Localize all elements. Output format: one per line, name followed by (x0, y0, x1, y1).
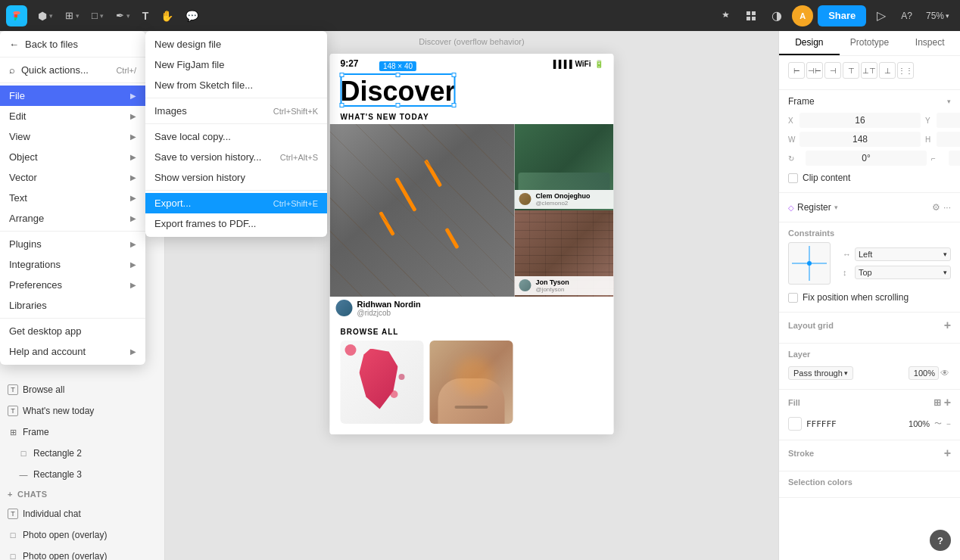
layer-photo2[interactable]: □ Photo open (overlay) (0, 546, 164, 560)
chevron-down-icon: ▾ (943, 250, 947, 258)
hand-tool[interactable]: ✋ (156, 5, 178, 26)
zoom-control[interactable]: 75% ▾ (921, 11, 954, 21)
pen-tool[interactable]: ✒ ▾ (111, 5, 135, 26)
file-menu-item[interactable]: File ▶ (0, 86, 145, 106)
quick-actions[interactable]: ⌕ Quick actions... Ctrl+/ (0, 60, 145, 80)
align-bottom[interactable]: ⊥ (879, 62, 896, 79)
remove-fill-icon[interactable]: − (946, 420, 951, 428)
new-design-file[interactable]: New design file (145, 34, 327, 54)
y-input[interactable] (937, 113, 960, 128)
h-input[interactable] (937, 132, 960, 147)
align-left[interactable]: ⊢ (788, 62, 805, 79)
opacity-input[interactable] (909, 366, 939, 380)
add-layout-icon[interactable]: + (944, 319, 951, 332)
add-fill-icon[interactable]: + (944, 396, 951, 409)
tab-prototype[interactable]: Prototype (840, 31, 900, 55)
images-item[interactable]: Images Ctrl+Shift+K (145, 101, 327, 121)
plugin-icon[interactable] (715, 5, 736, 26)
tab-inspect[interactable]: Inspect (899, 31, 960, 55)
new-figjam-file[interactable]: New FigJam file (145, 54, 327, 75)
frame-tool[interactable]: ⊞ ▾ (61, 5, 84, 26)
plus-icon: + (8, 490, 13, 499)
car-photo[interactable]: Clem Onojeghuo @clemono2 (515, 124, 614, 210)
libraries-menu-item[interactable]: Libraries (0, 295, 145, 316)
integrations-menu-item[interactable]: Integrations ▶ (0, 254, 145, 275)
grid-icon[interactable] (740, 5, 762, 26)
layer-rect3[interactable]: — Rectangle 3 (0, 464, 164, 485)
add-stroke-icon[interactable]: + (944, 446, 951, 460)
visibility-icon[interactable]: 👁 (939, 366, 951, 380)
fill-opacity-value: 100% (903, 419, 930, 428)
clip-checkbox[interactable] (788, 173, 798, 183)
w-input[interactable] (799, 132, 921, 147)
new-from-sketch[interactable]: New from Sketch file... (145, 75, 327, 95)
blend-mode-select[interactable]: Pass through ▾ (788, 366, 853, 380)
toolbar-right: ◑ A Share ▷ A? 75% ▾ (715, 5, 954, 26)
text-tool[interactable]: T (138, 5, 154, 26)
frame-header: Frame ▾ (788, 96, 951, 107)
layer-frame[interactable]: ⊞ Frame (0, 422, 164, 443)
rotation-input[interactable] (806, 151, 927, 166)
edit-menu-item[interactable]: Edit ▶ (0, 106, 145, 126)
vector-menu-item[interactable]: Vector ▶ (0, 167, 145, 188)
back-to-files[interactable]: ← Back to files (0, 34, 145, 54)
v-constraint-select[interactable]: Top ▾ (855, 266, 951, 279)
fill-grid-icon[interactable]: ⊞ (934, 397, 941, 408)
align-center-v[interactable]: ⊥⊤ (861, 62, 877, 79)
get-desktop-item[interactable]: Get desktop app (0, 321, 145, 341)
h-constraint-row: ↔ Left ▾ (843, 247, 951, 261)
help-button[interactable]: ? (930, 530, 951, 551)
align-center-h[interactable]: ⊣⊢ (806, 62, 823, 79)
plugins-menu-item[interactable]: Plugins ▶ (0, 234, 145, 254)
search-icon: ⌕ (9, 64, 15, 76)
preferences-menu-item[interactable]: Preferences ▶ (0, 275, 145, 295)
contrast-icon[interactable]: ◑ (766, 5, 787, 26)
distribute[interactable]: ⋮⋮ (897, 62, 914, 79)
avatar-3 (519, 279, 531, 291)
x-label: X (788, 117, 797, 125)
move-tool[interactable]: ⬢ ▾ (33, 5, 58, 26)
align-right[interactable]: ⊣ (824, 62, 841, 79)
fill-style-icon[interactable]: 〜 (934, 418, 942, 429)
object-menu-item[interactable]: Object ▶ (0, 147, 145, 167)
view-menu-item[interactable]: View ▶ (0, 126, 145, 147)
paint-photo[interactable] (341, 341, 424, 424)
fill-icons: ⊞ + (934, 396, 951, 409)
fill-color-swatch[interactable] (788, 417, 802, 431)
comment-tool[interactable]: 💬 (181, 5, 203, 26)
constraint-right: ↔ Left ▾ ↕ Top ▾ (843, 247, 951, 279)
corner-input[interactable] (949, 151, 960, 166)
register-more-icon[interactable]: ··· (943, 202, 951, 213)
h-constraint-select[interactable]: Left ▾ (855, 247, 951, 261)
layer-photo1[interactable]: □ Photo open (overlay) (0, 524, 164, 546)
figma-logo[interactable] (6, 5, 27, 26)
shape-tool[interactable]: □ ▾ (87, 5, 108, 26)
layer-individual-chat[interactable]: T Individual chat (0, 503, 164, 524)
layer-whats-new[interactable]: T What's new today (0, 400, 164, 422)
show-version[interactable]: Show version history (145, 167, 327, 188)
register-settings-icon[interactable]: ⚙ (932, 202, 940, 213)
x-input[interactable] (799, 113, 921, 128)
layer-browse-all[interactable]: T Browse all (0, 379, 164, 400)
save-version[interactable]: Save to version history... Ctrl+Alt+S (145, 147, 327, 167)
main-photo-cell[interactable]: Ridhwan Nordin @ridzjcob (330, 124, 515, 320)
play-button[interactable]: ▷ (871, 5, 892, 26)
fix-scroll-checkbox[interactable] (788, 293, 798, 303)
help-account-item[interactable]: Help and account ▶ (0, 341, 145, 362)
brick-photo[interactable]: Jon Tyson @jontyson (515, 210, 614, 297)
arrange-menu-item[interactable]: Arrange ▶ (0, 208, 145, 229)
export-item[interactable]: Export... Ctrl+Shift+E (145, 193, 327, 213)
export-frames-pdf[interactable]: Export frames to PDF... (145, 213, 327, 234)
text-menu-item[interactable]: Text ▶ (0, 188, 145, 208)
share-button[interactable]: Share (818, 5, 866, 26)
chevron-down-icon3: ▾ (844, 369, 848, 377)
tab-design[interactable]: Design (779, 31, 840, 55)
canvas-label: Discover (overflow behavior) (419, 37, 524, 46)
font-display[interactable]: A? (896, 5, 917, 26)
align-row: ⊢ ⊣⊢ ⊣ ⊤ ⊥⊤ ⊥ ⋮⋮ (788, 62, 951, 79)
save-local[interactable]: Save local copy... (145, 126, 327, 147)
chats-section[interactable]: + Chats (0, 485, 164, 503)
layer-rect2[interactable]: □ Rectangle 2 (0, 443, 164, 464)
hands-photo[interactable] (430, 341, 513, 424)
align-top[interactable]: ⊤ (843, 62, 859, 79)
